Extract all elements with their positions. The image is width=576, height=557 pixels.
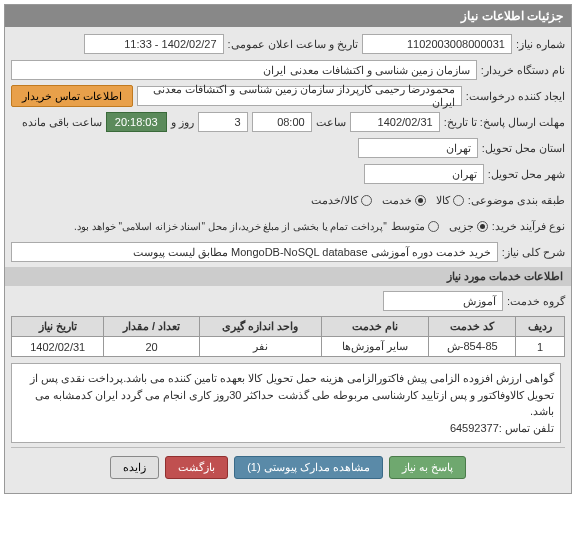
creator-label: ایجاد کننده درخواست: — [466, 90, 565, 103]
process-radios: جزیی متوسط — [391, 220, 488, 233]
radio-icon — [477, 221, 488, 232]
contact-buyer-button[interactable]: اطلاعات تماس خریدار — [11, 85, 133, 107]
need-no-label: شماره نیاز: — [516, 38, 565, 51]
creator-field: محمودرضا رحیمی کارپرداز سازمان زمین شناس… — [137, 86, 462, 106]
deadline-date-field: 1402/02/31 — [350, 112, 440, 132]
city-field: تهران — [364, 164, 484, 184]
deadline-hour-field: 08:00 — [252, 112, 312, 132]
th-date: تاریخ نیاز — [12, 317, 104, 337]
radio-minor[interactable]: جزیی — [449, 220, 488, 233]
days-label: روز و — [171, 116, 194, 129]
services-table: ردیف کد خدمت نام خدمت واحد اندازه گیری ت… — [11, 316, 565, 357]
respond-button[interactable]: پاسخ به نیاز — [389, 456, 466, 479]
radio-icon — [415, 195, 426, 206]
radio-icon — [428, 221, 439, 232]
group-field: آموزش — [383, 291, 503, 311]
subject-type-label: طبقه بندی موضوعی: — [468, 194, 565, 207]
province-field: تهران — [358, 138, 478, 158]
table-header-row: ردیف کد خدمت نام خدمت واحد اندازه گیری ت… — [12, 317, 565, 337]
buyer-label: نام دستگاه خریدار: — [481, 64, 565, 77]
radio-both[interactable]: کالا/خدمت — [311, 194, 372, 207]
group-label: گروه خدمت: — [507, 295, 565, 308]
hour-label: ساعت — [316, 116, 346, 129]
deadline-label: مهلت ارسال پاسخ: تا تاریخ: — [444, 116, 565, 129]
excess-button[interactable]: زایده — [110, 456, 159, 479]
th-qty: تعداد / مقدار — [104, 317, 199, 337]
table-row: 1 854-85-ش سایر آموزش‌ها نفر 20 1402/02/… — [12, 337, 565, 357]
back-button[interactable]: بازگشت — [165, 456, 228, 479]
th-name: نام خدمت — [321, 317, 429, 337]
th-row: ردیف — [516, 317, 565, 337]
radio-service[interactable]: خدمت — [382, 194, 426, 207]
announce-field: 1402/02/27 - 11:33 — [84, 34, 224, 54]
panel-body: شماره نیاز: 1102003008000031 تاریخ و ساع… — [5, 27, 571, 493]
buyer-field: سازمان زمین شناسی و اکتشافات معدنی ایران — [11, 60, 477, 80]
desc-field: خرید خدمت دوره آموزشی MongoDB-NoSQL data… — [11, 242, 498, 262]
th-code: کد خدمت — [429, 317, 516, 337]
buyer-notes: گواهی ارزش افزوده الزامی پیش فاکتورالزام… — [11, 363, 561, 443]
services-header: اطلاعات خدمات مورد نیاز — [5, 267, 571, 286]
radio-icon — [453, 195, 464, 206]
attachments-button[interactable]: مشاهده مدارک پیوستی (1) — [234, 456, 383, 479]
panel-title: جزئیات اطلاعات نیاز — [5, 5, 571, 27]
remain-label: ساعت باقی مانده — [22, 116, 102, 129]
process-note: "پرداخت تمام یا بخشی از مبلغ خرید،از محل… — [74, 221, 387, 232]
subject-type-radios: کالا خدمت کالا/خدمت — [311, 194, 464, 207]
province-label: استان محل تحویل: — [482, 142, 565, 155]
radio-goods[interactable]: کالا — [436, 194, 464, 207]
details-panel: جزئیات اطلاعات نیاز شماره نیاز: 11020030… — [4, 4, 572, 494]
desc-label: شرح کلی نیاز: — [502, 246, 565, 259]
button-bar: پاسخ به نیاز مشاهده مدارک پیوستی (1) باز… — [11, 447, 565, 487]
process-label: نوع فرآیند خرید: — [492, 220, 565, 233]
days-field: 3 — [198, 112, 248, 132]
need-no-field: 1102003008000031 — [362, 34, 512, 54]
city-label: شهر محل تحویل: — [488, 168, 565, 181]
radio-medium[interactable]: متوسط — [391, 220, 439, 233]
countdown-timer: 20:18:03 — [106, 112, 167, 132]
announce-label: تاریخ و ساعت اعلان عمومی: — [228, 38, 358, 51]
radio-icon — [361, 195, 372, 206]
th-unit: واحد اندازه گیری — [199, 317, 321, 337]
